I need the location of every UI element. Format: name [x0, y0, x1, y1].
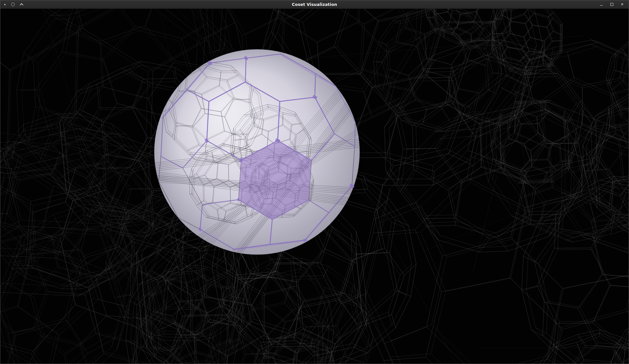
- dot-icon[interactable]: [4, 4, 6, 5]
- maximize-icon: [610, 3, 613, 6]
- titlebar: Coset Visualization ✕: [0, 0, 629, 9]
- titlebar-left-icons: [0, 3, 23, 6]
- window-controls: ✕: [597, 1, 629, 8]
- minimize-button[interactable]: [597, 1, 605, 8]
- app-window: Coset Visualization ✕: [0, 0, 629, 364]
- circle-icon[interactable]: [11, 3, 15, 6]
- window-title: Coset Visualization: [0, 2, 629, 7]
- chevron-up-icon[interactable]: [20, 3, 23, 7]
- visualization-canvas[interactable]: [0, 9, 629, 364]
- close-button[interactable]: ✕: [618, 1, 626, 8]
- close-icon: ✕: [620, 2, 623, 7]
- maximize-button[interactable]: [608, 1, 616, 8]
- minimize-icon: [600, 5, 603, 6]
